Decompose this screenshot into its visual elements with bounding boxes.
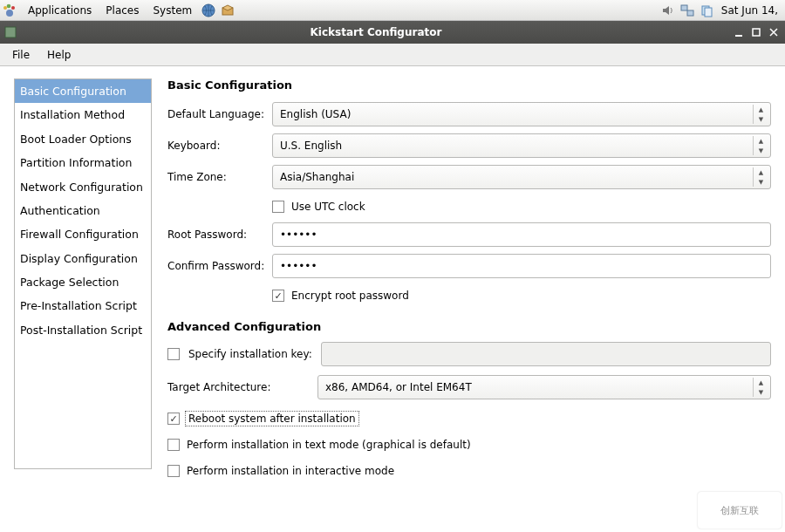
foot-icon (2, 3, 17, 18)
help-menu[interactable]: Help (38, 47, 79, 63)
minimize-button[interactable] (731, 24, 747, 40)
svg-rect-12 (753, 29, 760, 36)
root-password-entry[interactable]: •••••• (272, 222, 771, 247)
spin-icon: ▲▼ (753, 136, 768, 155)
sidebar-item-firewall[interactable]: Firewall Configuration (15, 222, 151, 246)
svg-rect-11 (735, 35, 742, 37)
app-icon (3, 25, 17, 39)
keyboard-value: U.S. English (280, 140, 342, 152)
svg-point-2 (11, 6, 15, 10)
root-password-value: •••••• (280, 228, 317, 241)
specify-key-label: Specify installation key: (188, 348, 312, 360)
sidebar-item-pre-script[interactable]: Pre-Installation Script (15, 294, 151, 317)
menubar: File Help (0, 44, 785, 66)
reboot-checkbox[interactable] (167, 413, 180, 425)
keyboard-label: Keyboard: (167, 140, 272, 152)
timezone-value: Asia/Shanghai (280, 171, 354, 183)
confirm-password-value: •••••• (280, 260, 317, 272)
svg-rect-7 (687, 10, 693, 16)
network-icon[interactable] (678, 1, 697, 20)
clock[interactable]: Sat Jun 14, (716, 4, 783, 17)
svg-point-1 (7, 3, 11, 8)
timezone-label: Time Zone: (167, 171, 272, 183)
sidebar-item-network[interactable]: Network Configuration (15, 175, 151, 199)
encrypt-root-label: Encrypt root password (291, 290, 409, 302)
svg-rect-6 (681, 5, 687, 10)
places-menu[interactable]: Places (99, 0, 146, 21)
confirm-password-entry[interactable]: •••••• (272, 254, 771, 278)
keyboard-combobox[interactable]: U.S. English ▲▼ (272, 133, 771, 158)
text-mode-label: Perform installation in text mode (graph… (187, 439, 471, 451)
spin-icon: ▲▼ (753, 105, 768, 124)
default-language-label: Default Language: (167, 108, 272, 120)
sidebar-item-partition[interactable]: Partition Information (15, 151, 151, 174)
encrypt-root-checkbox[interactable] (272, 290, 284, 302)
svg-point-3 (6, 10, 13, 17)
sidebar-item-basic[interactable]: Basic Configuration (15, 79, 151, 103)
root-password-label: Root Password: (167, 228, 272, 241)
target-arch-value: x86, AMD64, or Intel EM64T (325, 381, 472, 393)
watermark: 创新互联 (698, 492, 782, 529)
target-arch-combobox[interactable]: x86, AMD64, or Intel EM64T ▲▼ (317, 375, 771, 399)
installation-key-entry[interactable] (321, 342, 771, 366)
sidebar-item-post-script[interactable]: Post-Installation Script (15, 318, 151, 342)
file-menu[interactable]: File (3, 47, 38, 63)
sidebar-item-bootloader[interactable]: Boot Loader Options (15, 127, 151, 151)
interactive-label: Perform installation in interactive mode (187, 465, 394, 477)
svg-rect-10 (5, 27, 16, 38)
window-title: Kickstart Configurator (23, 26, 729, 38)
default-language-value: English (USA) (280, 108, 351, 120)
specify-key-checkbox[interactable] (167, 348, 180, 360)
applications-menu[interactable]: Applications (21, 0, 99, 21)
maximize-button[interactable] (748, 24, 764, 40)
advanced-config-title: Advanced Configuration (167, 320, 771, 333)
timezone-combobox[interactable]: Asia/Shanghai ▲▼ (272, 165, 771, 189)
use-utc-checkbox[interactable] (272, 201, 284, 213)
sidebar-item-packages[interactable]: Package Selection (15, 270, 151, 294)
target-arch-label: Target Architecture: (167, 381, 309, 393)
content-area: Basic Configuration Installation Method … (0, 66, 785, 532)
interactive-checkbox[interactable] (167, 465, 180, 477)
svg-rect-9 (705, 8, 712, 17)
system-menu[interactable]: System (146, 0, 199, 21)
main-pane: Basic Configuration Default Language: En… (167, 78, 771, 518)
basic-config-title: Basic Configuration (167, 78, 771, 92)
sidebar-item-auth[interactable]: Authentication (15, 199, 151, 222)
globe-icon[interactable] (199, 1, 218, 20)
gnome-panel: Applications Places System Sat Jun 14, (0, 0, 785, 21)
section-list[interactable]: Basic Configuration Installation Method … (14, 78, 152, 469)
default-language-combobox[interactable]: English (USA) ▲▼ (272, 102, 771, 126)
reboot-label: Reboot system after installation (187, 413, 358, 425)
text-mode-checkbox[interactable] (167, 439, 180, 451)
svg-point-0 (3, 6, 7, 10)
sidebar-item-display[interactable]: Display Configuration (15, 247, 151, 270)
clipboard-icon[interactable] (697, 1, 716, 20)
confirm-password-label: Confirm Password: (167, 260, 272, 272)
sidebar-item-install-method[interactable]: Installation Method (15, 103, 151, 126)
box-icon[interactable] (218, 1, 237, 20)
spin-icon: ▲▼ (753, 378, 768, 397)
spin-icon: ▲▼ (753, 167, 768, 187)
use-utc-label: Use UTC clock (291, 201, 365, 213)
window-titlebar: Kickstart Configurator (0, 21, 785, 44)
close-button[interactable] (766, 24, 782, 40)
volume-icon[interactable] (659, 1, 678, 20)
